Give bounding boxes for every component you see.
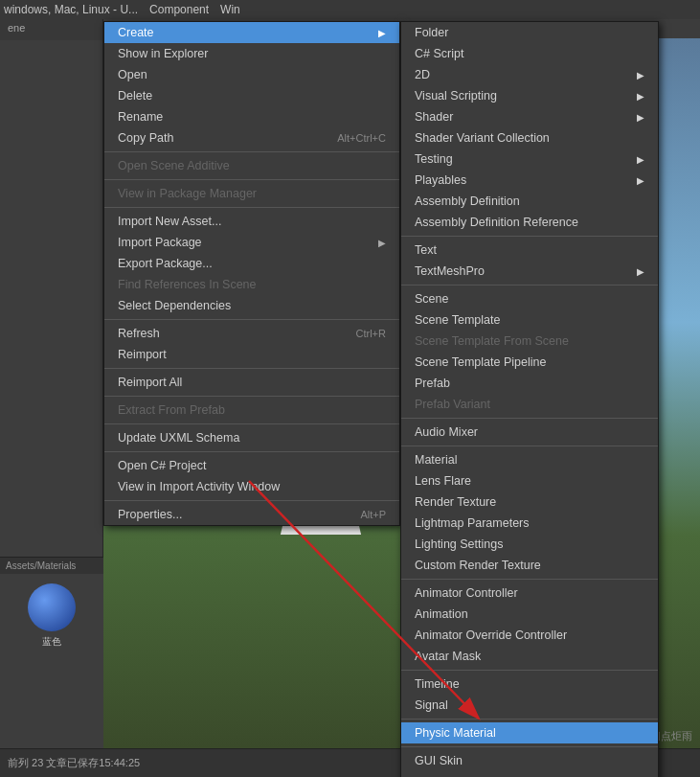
ctx-sep-4	[104, 319, 399, 320]
ctx-update-uxml[interactable]: Update UXML Schema	[104, 427, 399, 448]
ctx-right-lighting-settings[interactable]: Lighting Settings	[401, 534, 658, 555]
ctx-right-scene-template-from-scene: Scene Template From Scene	[401, 331, 658, 352]
ctx-open-scene-additive: Open Scene Additive	[104, 155, 399, 176]
ctx-right-shader[interactable]: Shader ▶	[401, 106, 658, 127]
ctx-right-timeline[interactable]: Timeline	[401, 674, 658, 695]
ctx-right-testing[interactable]: Testing ▶	[401, 149, 658, 170]
ctx-right-animator-controller[interactable]: Animator Controller	[401, 583, 658, 604]
ctx-right-2d[interactable]: 2D ▶	[401, 64, 658, 85]
ctx-import-new-asset[interactable]: Import New Asset...	[104, 211, 399, 232]
ctx-view-package-manager: View in Package Manager	[104, 183, 399, 204]
ctx-right-prefab[interactable]: Prefab	[401, 373, 658, 394]
ctx-extract-from-prefab: Extract From Prefab	[104, 400, 399, 421]
ctx-right-csharp[interactable]: C# Script	[401, 43, 658, 64]
top-menubar: windows, Mac, Linux - U... Component Win	[0, 0, 700, 19]
ctx-sep-2	[104, 179, 399, 180]
ctx-reimport[interactable]: Reimport	[104, 344, 399, 365]
ctx-right-assembly-def-ref[interactable]: Assembly Definition Reference	[401, 212, 658, 233]
ctx-sep-9	[104, 500, 399, 501]
ctx-right-signal[interactable]: Signal	[401, 695, 658, 716]
menubar-component[interactable]: Component	[149, 3, 209, 16]
ctx-right-lens-flare[interactable]: Lens Flare	[401, 470, 658, 491]
menubar-text: windows, Mac, Linux - U...	[4, 3, 138, 16]
ctx-right-visual-scripting[interactable]: Visual Scripting ▶	[401, 85, 658, 106]
assets-panel: Assets/Materials 蓝色	[0, 557, 103, 748]
ctx-right-scene-template-pipeline[interactable]: Scene Template Pipeline	[401, 352, 658, 373]
ctx-right-audio-mixer[interactable]: Audio Mixer	[401, 422, 658, 443]
asset-thumbnail	[28, 583, 76, 631]
ctx-delete[interactable]: Delete	[104, 85, 399, 106]
ctx-import-package[interactable]: Import Package ▶	[104, 232, 399, 253]
ctx-right-folder[interactable]: Folder	[401, 22, 658, 43]
ctx-refresh[interactable]: Refresh Ctrl+R	[104, 323, 399, 344]
ctx-copy-path[interactable]: Copy Path Alt+Ctrl+C	[104, 127, 399, 149]
context-menu-left: Create ▶ Show in Explorer Open Delete Re…	[103, 21, 400, 526]
ctx-right-custom-render-texture[interactable]: Custom Render Texture	[401, 555, 658, 576]
ctx-right-textmeshpro[interactable]: TextMeshPro ▶	[401, 261, 658, 282]
ctx-right-prefab-variant: Prefab Variant	[401, 394, 658, 415]
ctx-create[interactable]: Create ▶	[104, 22, 399, 43]
menubar-win[interactable]: Win	[220, 3, 240, 16]
left-panel-tabs: ene	[0, 19, 102, 40]
ctx-right-lightmap-params[interactable]: Lightmap Parameters	[401, 513, 658, 534]
tab-component[interactable]: ene	[0, 19, 33, 40]
ctx-sep-8	[104, 451, 399, 452]
ctx-show-in-explorer[interactable]: Show in Explorer	[104, 43, 399, 64]
ctx-sep-6	[104, 396, 399, 397]
ctx-sep-3	[104, 207, 399, 208]
ctx-right-sep-5	[401, 579, 658, 580]
ctx-right-sep-2	[401, 285, 658, 286]
ctx-export-package[interactable]: Export Package...	[104, 253, 399, 274]
ctx-right-animator-override[interactable]: Animator Override Controller	[401, 625, 658, 646]
ctx-right-text[interactable]: Text	[401, 240, 658, 261]
ctx-view-import-activity[interactable]: View in Import Activity Window	[104, 476, 399, 497]
ctx-open-csharp[interactable]: Open C# Project	[104, 455, 399, 476]
ctx-reimport-all[interactable]: Reimport All	[104, 372, 399, 393]
ctx-right-sep-3	[401, 418, 658, 419]
ctx-open[interactable]: Open	[104, 64, 399, 85]
ctx-right-gui-skin[interactable]: GUI Skin	[401, 750, 658, 771]
ctx-select-dependencies[interactable]: Select Dependencies	[104, 295, 399, 316]
context-menu-right: Folder C# Script 2D ▶ Visual Scripting ▶…	[400, 21, 659, 777]
ctx-right-scene[interactable]: Scene	[401, 288, 658, 309]
assets-path: Assets/Materials	[0, 558, 103, 574]
ctx-rename[interactable]: Rename	[104, 106, 399, 127]
ctx-right-avatar-mask[interactable]: Avatar Mask	[401, 646, 658, 667]
ctx-right-playables[interactable]: Playables ▶	[401, 170, 658, 191]
ctx-right-sep-8	[401, 746, 658, 747]
ctx-right-sep-6	[401, 670, 658, 671]
ctx-right-animation[interactable]: Animation	[401, 604, 658, 625]
ctx-sep-5	[104, 368, 399, 369]
ctx-right-assembly-def[interactable]: Assembly Definition	[401, 191, 658, 212]
ctx-find-references: Find References In Scene	[104, 274, 399, 295]
ctx-right-custom-font[interactable]: Custom Font	[401, 771, 658, 777]
ctx-right-shader-variant[interactable]: Shader Variant Collection	[401, 127, 658, 149]
ctx-right-sep-1	[401, 236, 658, 237]
ctx-right-physic-material[interactable]: Physic Material	[401, 722, 658, 743]
asset-name: 蓝色	[0, 635, 103, 649]
status-text: 前列 23 文章已保存15:44:25	[8, 756, 140, 770]
ctx-create-arrow: ▶	[378, 28, 386, 38]
ctx-right-sep-7	[401, 719, 658, 720]
ctx-right-render-texture[interactable]: Render Texture	[401, 491, 658, 513]
ctx-sep-1	[104, 151, 399, 152]
ctx-right-sep-4	[401, 446, 658, 446]
ctx-sep-7	[104, 423, 399, 424]
ctx-properties[interactable]: Properties... Alt+P	[104, 504, 399, 525]
ctx-right-material[interactable]: Material	[401, 449, 658, 470]
ctx-right-scene-template[interactable]: Scene Template	[401, 309, 658, 331]
